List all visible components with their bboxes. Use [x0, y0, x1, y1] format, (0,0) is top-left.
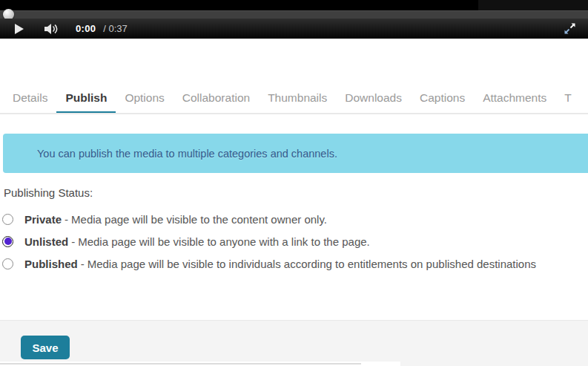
video-player: 0:00 / 0:37 — [0, 0, 588, 39]
option-description-private: Media page will be visible to the conten… — [71, 213, 327, 226]
option-name-unlisted: Unlisted — [24, 235, 68, 248]
option-label-unlisted: Unlisted-Media page will be visible to a… — [24, 235, 370, 248]
option-row-private: Private-Media page will be visible to th… — [2, 208, 581, 230]
radio-published[interactable] — [2, 258, 13, 269]
radio-private[interactable] — [2, 214, 13, 225]
option-name-published: Published — [24, 258, 78, 270]
publishing-status-heading: Publishing Status: — [4, 186, 93, 199]
current-time: 0:00 — [76, 23, 96, 34]
option-description-published: Media page will be visible to individual… — [87, 258, 536, 270]
tab-details[interactable]: Details — [4, 85, 56, 114]
volume-icon[interactable] — [44, 23, 59, 35]
media-edit-page: 0:00 / 0:37 Details Publish Options Coll… — [0, 0, 588, 366]
save-button[interactable]: Save — [21, 336, 70, 359]
option-separator: - — [81, 258, 85, 270]
media-tabs: Details Publish Options Collaboration Th… — [0, 85, 588, 114]
radio-unlisted[interactable] — [2, 236, 13, 247]
tab-attachments[interactable]: Attachments — [474, 85, 555, 114]
option-separator: - — [71, 235, 75, 248]
bottom-divider — [0, 363, 361, 365]
tab-collaboration[interactable]: Collaboration — [174, 85, 259, 114]
fullscreen-icon[interactable] — [564, 22, 576, 35]
info-banner-text: You can publish the media to multiple ca… — [37, 148, 337, 160]
info-banner: You can publish the media to multiple ca… — [3, 134, 588, 173]
play-icon[interactable] — [15, 24, 24, 34]
player-controls: 0:00 / 0:37 — [0, 19, 588, 39]
tab-truncated[interactable]: T — [555, 85, 580, 114]
option-description-unlisted: Media page will be visible to anyone wit… — [78, 235, 370, 248]
option-separator: - — [65, 213, 68, 226]
option-row-published: Published-Media page will be visible to … — [2, 252, 581, 275]
tab-captions[interactable]: Captions — [411, 85, 474, 114]
scrubber[interactable] — [0, 10, 588, 19]
option-name-private: Private — [24, 213, 62, 226]
tab-publish[interactable]: Publish — [56, 85, 116, 114]
option-label-published: Published-Media page will be visible to … — [24, 258, 536, 270]
tab-options[interactable]: Options — [116, 85, 173, 114]
tab-thumbnails[interactable]: Thumbnails — [259, 85, 336, 114]
option-label-private: Private-Media page will be visible to th… — [24, 213, 327, 226]
option-row-unlisted: Unlisted-Media page will be visible to a… — [2, 230, 581, 252]
publishing-options: Private-Media page will be visible to th… — [2, 208, 581, 275]
form-footer: Save — [0, 320, 588, 362]
total-duration: / 0:37 — [103, 23, 128, 34]
footer-extension — [400, 361, 588, 366]
tab-downloads[interactable]: Downloads — [336, 85, 411, 114]
video-frame-letterbox — [478, 0, 588, 10]
